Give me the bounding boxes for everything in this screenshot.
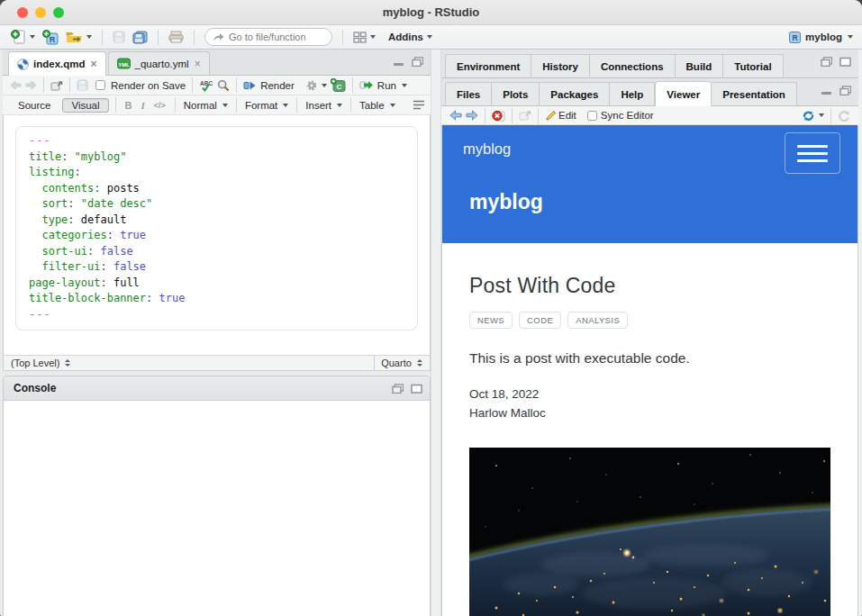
language-mode-label: Quarto — [381, 358, 412, 368]
save-button[interactable] — [111, 30, 127, 44]
restore-pane-icon[interactable] — [392, 384, 404, 394]
category-pill-news[interactable]: NEWS — [469, 312, 513, 329]
popout-button[interactable] — [49, 79, 65, 92]
maximize-pane-icon[interactable] — [839, 86, 851, 95]
post-title: Post With Code — [469, 274, 821, 298]
pane-splitter[interactable] — [431, 50, 441, 616]
tab-plots[interactable]: Plots — [492, 82, 540, 105]
category-pill-code[interactable]: CODE — [519, 312, 561, 329]
navbar-toggler-button[interactable] — [785, 132, 840, 174]
goto-file-search[interactable] — [204, 28, 332, 46]
hamburger-icon — [797, 159, 828, 162]
tab-packages[interactable]: Packages — [540, 82, 610, 105]
tab-quarto-yml[interactable]: YML _quarto.yml × — [108, 51, 210, 75]
tab-environment[interactable]: Environment — [445, 54, 531, 77]
open-file-caret-icon — [86, 35, 92, 39]
render-button[interactable]: Render — [241, 79, 298, 92]
tab-files[interactable]: Files — [445, 82, 492, 105]
viewer-clear-button[interactable] — [490, 109, 507, 122]
spellcheck-button[interactable]: ABC — [197, 78, 215, 93]
post-categories: NEWSCODEANALYSIS — [469, 312, 821, 329]
earth-night-photo — [469, 448, 830, 616]
spellcheck-icon: ABC — [199, 79, 213, 92]
viewer-content[interactable]: myblog myblog Post With Code NEWSCODEANA… — [441, 125, 858, 616]
save-all-button[interactable] — [131, 30, 150, 45]
new-project-button[interactable]: R — [41, 29, 60, 46]
yaml-code[interactable]: ---title: "myblog"listing: contents: pos… — [15, 126, 418, 331]
code-line: filter-ui: false — [29, 259, 408, 276]
paragraph-style-value: Normal — [184, 100, 217, 111]
back-arrow-icon — [10, 80, 22, 90]
viewer-edit-button[interactable]: Edit — [543, 109, 578, 122]
maximize-pane-icon[interactable] — [839, 57, 851, 67]
source-tabstrip: index.qmd × YML _quarto.yml × — [3, 50, 431, 76]
maximize-pane-icon[interactable] — [412, 57, 423, 67]
category-pill-analysis[interactable]: ANALYSIS — [567, 312, 628, 329]
viewer-back-button[interactable] — [448, 109, 464, 122]
source-mode-button[interactable]: Source — [10, 99, 59, 112]
toolbar-separator — [69, 77, 70, 93]
close-tab-icon[interactable]: × — [91, 59, 97, 68]
tab-presentation[interactable]: Presentation — [712, 82, 797, 105]
print-button[interactable] — [167, 30, 186, 44]
workspace-panes-button[interactable] — [351, 31, 377, 44]
new-file-caret-icon — [30, 35, 35, 39]
format-label: Format — [245, 100, 277, 111]
window-edge — [858, 50, 862, 616]
format-menu[interactable]: Format — [245, 100, 288, 111]
tab-tutorial[interactable]: Tutorial — [723, 54, 783, 77]
tab-index-qmd[interactable]: index.qmd × — [8, 51, 106, 76]
tab-label: _quarto.yml — [135, 59, 189, 69]
toolbar-separator — [43, 77, 44, 93]
tab-connections[interactable]: Connections — [590, 54, 676, 77]
console-header[interactable]: Console — [4, 376, 430, 401]
post-meta: Oct 18, 2022 Harlow Malloc — [469, 385, 821, 422]
forward-button[interactable] — [23, 79, 39, 91]
dropdown-caret-icon — [337, 104, 342, 107]
back-button[interactable] — [8, 79, 23, 91]
render-on-save-checkbox[interactable] — [95, 80, 105, 90]
viewer-sync-button[interactable] — [800, 109, 826, 122]
tab-history[interactable]: History — [531, 54, 590, 77]
minimize-pane-icon[interactable] — [393, 58, 404, 67]
project-cube-icon: R — [788, 31, 802, 43]
bold-button[interactable]: B — [125, 100, 132, 111]
minimize-pane-icon[interactable] — [821, 86, 832, 95]
viewer-forward-button[interactable] — [464, 109, 480, 122]
c-badge: C — [336, 83, 341, 91]
viewer-refresh-button[interactable] — [836, 109, 852, 122]
stop-icon — [492, 110, 505, 122]
render-options-button[interactable] — [304, 78, 329, 93]
insert-chunk-button[interactable]: C — [329, 77, 348, 93]
visual-mode-button[interactable]: Visual — [62, 98, 108, 113]
visual-editor-canvas[interactable]: ---title: "myblog"listing: contents: pos… — [3, 115, 431, 355]
table-menu[interactable]: Table — [359, 100, 395, 111]
restore-pane-icon[interactable] — [821, 57, 832, 67]
tab-viewer[interactable]: Viewer — [655, 81, 712, 106]
close-tab-icon[interactable]: × — [195, 59, 201, 68]
console-body[interactable] — [4, 401, 430, 616]
paragraph-style-dropdown[interactable]: Normal — [184, 100, 228, 111]
goto-file-input[interactable] — [229, 32, 319, 42]
new-file-button[interactable] — [9, 29, 37, 45]
open-file-button[interactable] — [64, 30, 94, 45]
find-replace-button[interactable] — [215, 78, 231, 93]
viewer-popout-button[interactable] — [517, 109, 533, 122]
outline-toggle-icon[interactable] — [413, 100, 425, 110]
blog-navbar-brand[interactable]: myblog — [463, 140, 511, 158]
addins-button[interactable]: Addins — [386, 31, 434, 43]
tab-help[interactable]: Help — [610, 82, 655, 105]
post-description: This is a post with executable code. — [469, 350, 821, 367]
language-mode-selector[interactable]: Quarto — [374, 356, 430, 370]
project-menu-button[interactable]: R myblog — [788, 31, 853, 43]
insert-menu[interactable]: Insert — [305, 100, 342, 111]
tab-build[interactable]: Build — [676, 54, 724, 77]
toolbar-separator — [115, 97, 116, 113]
maximize-pane-icon[interactable] — [411, 384, 422, 394]
code-format-button[interactable]: </> — [154, 101, 166, 110]
sync-editor-checkbox[interactable] — [587, 111, 597, 121]
italic-button[interactable]: I — [141, 100, 145, 111]
save-document-button[interactable] — [75, 78, 90, 92]
run-button[interactable]: Run — [358, 79, 409, 92]
scope-selector[interactable]: (Top Level) — [4, 358, 374, 368]
